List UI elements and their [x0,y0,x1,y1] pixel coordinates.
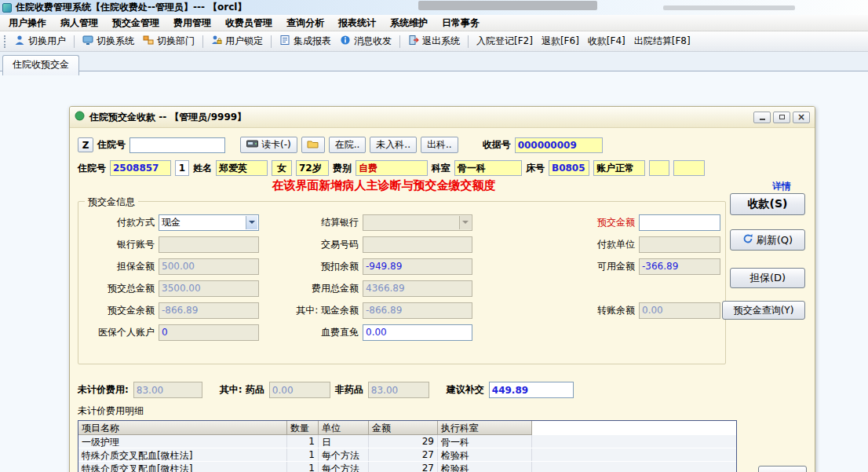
prepay-balance-label: 预交金余额 [83,304,159,317]
toolbar-label: 切换系统 [97,35,134,48]
toolbar-label: 收款[F4] [588,35,625,48]
table-row[interactable]: 特殊介质交叉配血[微柱法] 1 每个方法 27 检验科 [78,448,736,462]
table-row[interactable]: 一级护理 1 日 29 骨一科 [78,435,736,448]
menu-system-maintain[interactable]: 系统维护 [383,15,435,31]
toolbar-switch-user-button[interactable]: 切换用户 [10,33,70,49]
menu-fee-mgmt[interactable]: 费用管理 [166,15,218,31]
maximize-button[interactable] [773,112,790,123]
toolbar-grip [4,35,6,48]
window-titlebar: 住院收费管理系统【住院收费处--管理员】--- 【orcl】 [0,0,868,15]
message-icon [340,35,351,48]
patient-inpatient-no-label: 住院号 [78,162,106,175]
read-card-button[interactable]: 读卡(-) [240,137,297,153]
toolbar-user-lock-button[interactable]: 用户锁定 [207,33,267,49]
table-row[interactable]: 特殊介质交叉配血[微柱法] 1 每个方法 27 检验科 [78,462,736,472]
cell-item-name: 一级护理 [78,435,287,448]
column-header-exec-dept[interactable]: 执行科室 [438,421,532,435]
prepay-info-group: 预交金信息 付款方式 现金 结算银行 预交金额 银行账号 交易号码 付款单位 担… [78,201,726,364]
cell-amount: 27 [369,462,438,472]
bed-no-field: B0805 [549,160,589,176]
tab-inpatient-prepay[interactable]: 住院收预交金 [2,55,79,75]
dialog-title: 住院预交金收款 -- 【管理员/9999】 [89,111,246,124]
prepay-row-5: 预交金余额 -866.89 其中: 现金余额 -866.89 转账余额 0.00 [83,299,720,321]
toolbar-label: 切换用户 [28,35,66,48]
prepay-row-6: 医保个人账户 0 血费直免 0.00 [83,321,720,343]
refresh-label: 刷新(Q) [757,233,793,247]
suggest-pay-label: 建议补交 [447,383,484,397]
folder-icon [307,139,319,151]
prepay-amount-input[interactable] [639,214,720,231]
inpatient-no-input[interactable] [129,137,225,153]
toolbar-integrated-report-button[interactable]: 集成报表 [275,33,335,49]
cell-quantity: 1 [287,462,319,472]
settle-bank-label: 结算银行 [259,216,363,229]
patient-info-row: 住院号 2508857 1 姓名 郑爱英 女 72岁 费别 自费 科室 骨一科 … [78,160,807,176]
toolbar-collect-button[interactable]: 收款[F4] [584,33,629,49]
cell-amount: 29 [369,435,438,448]
cell-exec-dept: 骨一科 [438,435,532,448]
menu-daily-affairs[interactable]: 日常事务 [435,15,487,31]
prepay-row-3: 担保金额 500.00 预扣余额 -949.89 可用金额 -366.89 [83,255,720,277]
refresh-button[interactable]: 刷新(Q) [730,229,805,251]
menu-query-analysis[interactable]: 查询分析 [279,15,331,31]
bank-account-field [159,236,259,253]
folder-button[interactable] [301,137,325,153]
menu-prepay-mgmt[interactable]: 预交金管理 [105,15,166,31]
in-hospital-button[interactable]: 在院.. [329,137,367,153]
suggest-pay-field: 449.89 [489,382,574,398]
toolbar-exit-system-button[interactable]: 退出系统 [404,33,464,49]
column-header-quantity[interactable]: 数量 [287,421,319,435]
menu-cashier-mgmt[interactable]: 收费员管理 [218,15,279,31]
pay-method-select[interactable]: 现金 [159,214,259,231]
dialog-icon [75,111,85,123]
prepay-amount-label: 预交金额 [472,216,639,229]
toolbar-label: 出院结算[F8] [634,35,691,48]
unpriced-detail-grid: 项目名称 数量 单位 金额 执行科室 一级护理 1 日 29 骨一科 特殊介质交… [78,420,737,472]
menu-report-stats[interactable]: 报表统计 [331,15,383,31]
age-field: 72岁 [296,160,329,176]
receipt-no-field: 000000009 [515,137,603,153]
partial-bottom-button[interactable] [758,466,807,472]
menu-bar: 用户操作 病人管理 预交金管理 费用管理 收费员管理 查询分析 报表统计 系统维… [0,15,868,31]
toolbar-separator [468,35,469,48]
extra-field-1 [649,160,669,176]
unpriced-summary-row: 未计价费用: 83.00 其中: 药品 0.00 非药品 83.00 建议补交 … [78,382,807,398]
guarantee-button[interactable]: 担保(D) [730,268,805,288]
toolbar-label: 集成报表 [294,35,331,48]
column-header-unit[interactable]: 单位 [319,421,369,435]
close-button[interactable] [793,112,810,123]
available-amount-field: -366.89 [639,258,720,275]
unpriced-non-drug-label: 非药品 [335,383,363,397]
prepay-query-button[interactable]: 预交金查询(Y) [722,301,805,320]
column-header-amount[interactable]: 金额 [369,421,438,435]
toolbar-message-button[interactable]: 消息收发 [336,33,396,49]
exit-system-icon [408,35,419,48]
toolbar-admission-register-button[interactable]: 入院登记[F2] [472,33,537,49]
unpriced-detail-title: 未计价费用明细 [78,404,807,418]
cell-exec-dept: 检验科 [438,448,532,461]
toolbar-separator [399,35,400,48]
transfer-balance-field: 0.00 [639,302,720,319]
minimize-button[interactable] [753,112,771,123]
z-button[interactable]: Z [78,137,93,152]
out-dept-button[interactable]: 出科.. [421,137,458,153]
toolbar-refund-button[interactable]: 退款[F6] [538,33,583,49]
fee-total-label: 费用总金额 [259,282,363,295]
toolbar-switch-system-button[interactable]: 切换系统 [78,33,138,49]
menu-patient-mgmt[interactable]: 病人管理 [53,15,105,31]
prepay-total-label: 预交总金额 [83,282,159,295]
collect-button[interactable]: 收款(S) [730,193,805,215]
unpriced-fee-label: 未计价费用: [78,383,129,397]
prepay-row-1: 付款方式 现金 结算银行 预交金额 [83,211,720,233]
trade-no-field [363,236,472,253]
toolbar-separator [202,35,203,48]
detail-link[interactable]: 详情 [772,180,791,193]
toolbar-separator [74,35,75,48]
menu-user-ops[interactable]: 用户操作 [2,15,53,31]
toolbar-switch-department-button[interactable]: 切换部门 [139,33,199,49]
window-title: 住院收费管理系统【住院收费处--管理员】--- 【orcl】 [16,1,246,14]
not-in-dept-button[interactable]: 未入科.. [370,137,417,153]
toolbar-discharge-settle-button[interactable]: 出院结算[F8] [630,33,695,49]
grid-header-row: 项目名称 数量 单位 金额 执行科室 [78,421,736,435]
column-header-item-name[interactable]: 项目名称 [78,421,287,435]
